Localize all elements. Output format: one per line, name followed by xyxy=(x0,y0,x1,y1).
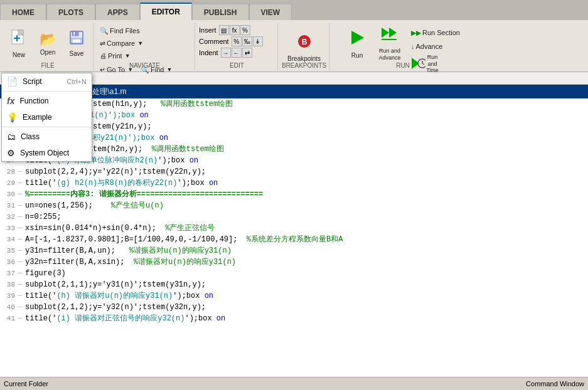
code-line-36: 36 — y32n=filter(B,A,xsin); %谐振器对u(n)的响应… xyxy=(0,256,588,268)
navigate-section: 🔍 Find Files ⇌ Compare ▼ 🖨 Print ▼ xyxy=(95,23,195,70)
run-section-label-bottom: RUN xyxy=(331,62,475,69)
dropdown-item-function[interactable]: fx Function xyxy=(2,93,92,109)
class-label: Class xyxy=(21,132,40,141)
dropdown-item-example[interactable]: 💡 Example xyxy=(2,109,92,125)
breakpoints-icon: B xyxy=(296,33,313,54)
code-line-41: 41 — title('(i) 谐振器对正弦信号的响应y32(n)');box … xyxy=(0,313,588,324)
function-icon: fx xyxy=(7,96,14,106)
breakpoints-label: Breakpoints xyxy=(287,55,321,62)
tab-editor[interactable]: EDITOR xyxy=(140,3,192,20)
dropdown-item-script[interactable]: 📄 Script Ctrl+N xyxy=(2,73,92,90)
navigate-section-label: NAVIGATE xyxy=(95,62,195,69)
dropdown-item-class[interactable]: 🗂 Class xyxy=(2,129,92,145)
run-label: Run xyxy=(351,52,363,59)
print-button[interactable]: 🖨 Print ▼ xyxy=(97,50,133,61)
dropdown-divider-2 xyxy=(2,127,92,127)
insert-label: Insert xyxy=(199,26,216,34)
breakpoints-button[interactable]: B Breakpoints xyxy=(291,29,318,65)
compare-button[interactable]: ⇌ Compare ▼ xyxy=(97,38,146,49)
run-advance-icon xyxy=(380,25,399,46)
command-window-label: Command Window xyxy=(526,380,584,387)
indent-btn3[interactable]: ⇄ xyxy=(242,48,252,58)
run-button[interactable]: Run xyxy=(343,25,371,61)
tab-view[interactable]: VIEW xyxy=(249,4,292,20)
open-button[interactable]: 📂 Open xyxy=(34,25,61,61)
systemobject-icon: ⚙ xyxy=(7,148,15,158)
svg-marker-13 xyxy=(389,28,397,38)
code-line-30: 30 — %=========内容3: 谐振器分析===============… xyxy=(0,189,588,200)
code-line-28: 28 — subplot(2,2,4);y='y22(n)';tstem(y22… xyxy=(0,166,588,177)
save-label: Save xyxy=(70,50,84,57)
bottom-bar: Current Folder Command Window xyxy=(0,377,588,389)
svg-marker-12 xyxy=(382,28,389,38)
save-button[interactable]: Save xyxy=(63,25,90,61)
insert-btn1[interactable]: ▤ xyxy=(219,25,229,35)
svg-rect-5 xyxy=(72,31,78,36)
find-files-label: Find Files xyxy=(110,27,140,34)
code-line-33: 33 — xsin=sin(0.014*n)+sin(0.4*n); %产生正弦… xyxy=(0,223,588,234)
code-line-35: 35 — y31n=filter(B,A,un); %谐振器对u(n)的响应y3… xyxy=(0,245,588,256)
comment-label: Comment xyxy=(199,38,229,45)
svg-rect-6 xyxy=(73,32,75,35)
script-shortcut: Ctrl+N xyxy=(67,78,87,85)
code-line-40: 40 — subplot(2,1,2);y='y32(n)';tstem(y32… xyxy=(0,302,588,313)
code-line-31: 31 — un=ones(1,256); %产生信号u(n) xyxy=(0,200,588,211)
open-icon: 📂 xyxy=(40,31,56,48)
example-icon: 💡 xyxy=(7,112,18,122)
current-folder-label: Current Folder xyxy=(4,380,48,387)
svg-rect-8 xyxy=(73,40,80,43)
new-button[interactable]: New xyxy=(5,25,33,61)
save-icon xyxy=(69,30,84,49)
comment-btn2[interactable]: ‰ xyxy=(242,36,252,46)
compare-dropdown-arrow: ▼ xyxy=(137,40,143,46)
run-section-label: Run Section xyxy=(422,29,460,36)
systemobject-label: System Object xyxy=(20,149,69,157)
tab-home[interactable]: HOME xyxy=(0,4,46,20)
code-line-38: 38 — subplot(2,1,1);y='y31(n)';tstem(y31… xyxy=(0,279,588,290)
code-line-39: 39 — title('(h) 谐振器对u(n)的响应y31(n)');box … xyxy=(0,290,588,302)
open-label: Open xyxy=(40,49,55,56)
tab-bar: HOME PLOTS APPS EDITOR PUBLISH VIEW xyxy=(0,0,588,20)
breakpoints-section: B Breakpoints BREAKPOINTS xyxy=(279,23,329,70)
code-line-34: 34 — A=[-1,-1.8237,0.9801];B=[1/100,49,0… xyxy=(0,234,588,245)
script-label: Script xyxy=(23,77,42,86)
indent-btn2[interactable]: ← xyxy=(232,48,242,58)
svg-text:B: B xyxy=(301,38,307,46)
indent-label: Indent xyxy=(199,49,218,56)
new-button-group[interactable]: New xyxy=(5,25,33,61)
ribbon: New 📂 Open xyxy=(0,20,588,72)
tab-plots[interactable]: PLOTS xyxy=(46,4,95,20)
comment-btn3[interactable]: ⸸ xyxy=(253,36,263,46)
run-section-icon: ▶▶ xyxy=(411,29,421,37)
advance-button[interactable]: ↓ Advance xyxy=(409,40,462,53)
tab-publish[interactable]: PUBLISH xyxy=(192,4,249,20)
code-line-32: 32 — n=0:255; xyxy=(0,211,588,223)
dropdown-divider-1 xyxy=(2,91,92,92)
print-label: Print xyxy=(108,52,122,60)
print-dropdown-arrow: ▼ xyxy=(125,53,131,59)
breakpoints-section-label: BREAKPOINTS xyxy=(279,62,329,69)
run-section-button[interactable]: ▶▶ Run Section xyxy=(409,26,462,39)
insert-btn3[interactable]: % xyxy=(240,25,250,35)
advance-icon: ↓ xyxy=(411,43,415,50)
svg-marker-11 xyxy=(351,31,364,45)
compare-icon: ⇌ xyxy=(100,40,105,48)
compare-label: Compare xyxy=(107,40,135,47)
tab-apps[interactable]: APPS xyxy=(95,4,140,20)
run-and-advance-button[interactable]: Run andAdvance xyxy=(373,25,406,61)
script-icon: 📄 xyxy=(7,76,18,87)
new-dropdown-menu: 📄 Script Ctrl+N fx Function 💡 Example 🗂 … xyxy=(1,73,92,162)
function-label: Function xyxy=(19,97,48,105)
run-and-advance-label: Run andAdvance xyxy=(379,48,401,61)
advance-label: Advance xyxy=(416,43,443,50)
code-line-37: 37 — figure(3) xyxy=(0,268,588,279)
file-section: New 📂 Open xyxy=(3,23,94,70)
dropdown-item-systemobject[interactable]: ⚙ System Object xyxy=(2,145,92,161)
run-icon xyxy=(348,28,366,51)
comment-btn1[interactable]: % xyxy=(232,36,242,46)
code-line-29: 29 — title('(g) h2(n)与R8(n)的卷积y22(n)');b… xyxy=(0,177,588,189)
find-files-button[interactable]: 🔍 Find Files xyxy=(97,25,142,36)
insert-btn2[interactable]: fx xyxy=(230,25,240,35)
indent-btn1[interactable]: → xyxy=(221,48,231,58)
edit-section: Insert ▤ fx % Comment % ‰ ⸸ xyxy=(196,23,278,70)
